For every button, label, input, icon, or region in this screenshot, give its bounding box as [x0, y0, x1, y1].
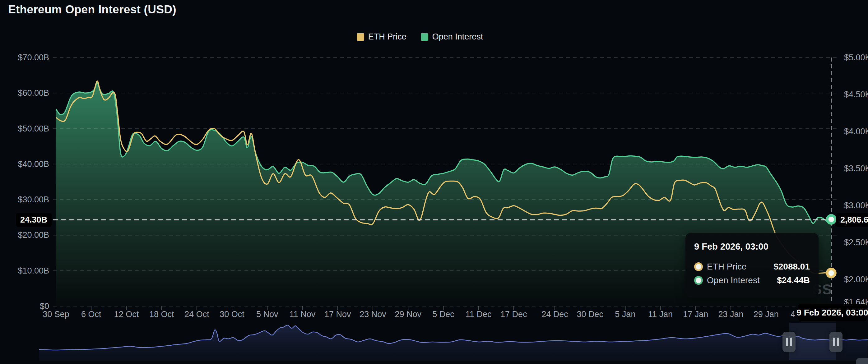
tooltip: 9 Feb 2026, 03:00 ETH Price $2088.01 Ope… — [685, 233, 818, 297]
tooltip-row-open-interest: Open Interest $24.44B — [694, 275, 810, 285]
navigator-area — [39, 325, 868, 361]
tooltip-label: Open Interest — [707, 275, 760, 285]
chart-page: Ethereum Open Interest (USD) ETH Price O… — [0, 0, 868, 364]
eth-price-dot-icon — [694, 262, 703, 271]
open-interest-marker-dot — [827, 216, 835, 224]
open-interest-dot-icon — [694, 276, 703, 285]
crosshair-right-value-badge: 2,806.60 — [836, 213, 868, 227]
eth-price-marker-dot — [827, 269, 835, 277]
tooltip-value: $2088.01 — [773, 262, 810, 272]
navigator-right-handle[interactable] — [830, 332, 842, 352]
navigator-corner-button[interactable] — [856, 358, 868, 364]
crosshair-left-value-badge: 24.30B — [16, 213, 52, 227]
tooltip-title: 9 Feb 2026, 03:00 — [694, 241, 810, 252]
navigator-left-handle[interactable] — [782, 332, 796, 352]
tooltip-value: $24.44B — [777, 275, 810, 285]
navigator-selection[interactable] — [789, 323, 836, 360]
main-chart-canvas[interactable] — [0, 0, 868, 364]
crosshair-date-badge: 9 Feb 2026, 03:00 — [798, 304, 867, 322]
tooltip-row-eth-price: ETH Price $2088.01 — [694, 262, 810, 272]
tooltip-label: ETH Price — [707, 262, 747, 272]
